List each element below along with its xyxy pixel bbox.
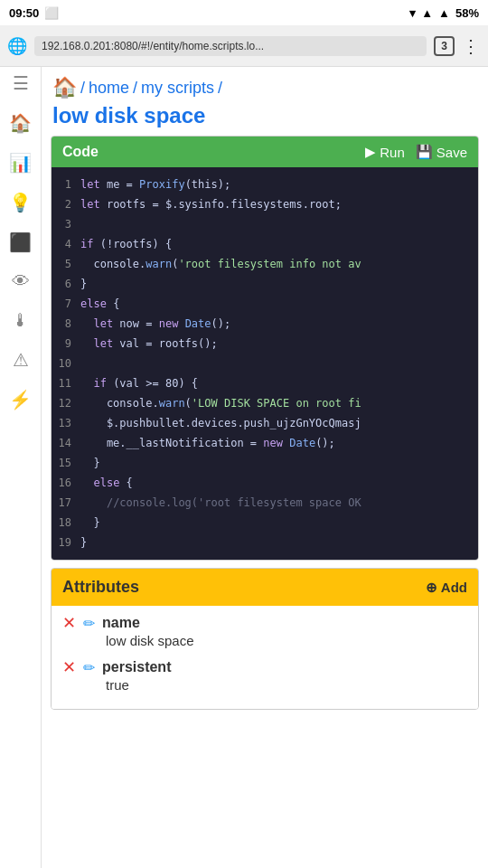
sidebar-icon-hamburger[interactable]: ☰	[13, 72, 29, 94]
delete-attribute-icon[interactable]: ✕	[62, 613, 76, 633]
code-label: Code	[62, 144, 354, 160]
code-line: 14 me.__lastNotification = new Date();	[52, 433, 478, 453]
line-code: me.__lastNotification = new Date();	[80, 433, 335, 453]
code-line: 12 console.warn('LOW DISK SPACE on root …	[52, 393, 478, 413]
run-label: Run	[380, 145, 405, 160]
attribute-row: ✕ ✏ name low disk space	[62, 613, 467, 648]
line-code: if (val >= 80) {	[80, 373, 198, 393]
sidebar-icon-temp[interactable]: 🌡	[12, 310, 30, 331]
code-line: 4if (!rootfs) {	[52, 234, 478, 254]
attr-key: name	[102, 615, 140, 631]
code-line: 17 //console.log('root filesystem space …	[52, 493, 478, 513]
line-code: }	[80, 274, 87, 294]
network-icon: ▲	[438, 6, 450, 20]
line-code: let me = Proxify(this);	[80, 175, 230, 194]
run-button[interactable]: ▶ Run	[365, 144, 405, 160]
line-code: let now = new Date();	[80, 314, 230, 334]
home-icon: 🏠	[52, 76, 77, 99]
line-number: 1	[52, 175, 80, 194]
breadcrumb-sep1: /	[80, 79, 85, 98]
code-line: 10	[52, 354, 478, 373]
edit-attribute-icon[interactable]: ✏	[83, 615, 95, 632]
save-button[interactable]: 💾 Save	[416, 144, 467, 160]
delete-attribute-icon[interactable]: ✕	[62, 657, 76, 677]
sidebar-icon-bulb[interactable]: 💡	[9, 192, 32, 213]
url-text[interactable]: 192.168.0.201:8080/#!/entity/home.script…	[34, 36, 427, 56]
wifi-icon: ▲	[421, 6, 433, 20]
code-line: 13 $.pushbullet.devices.push_ujzGnYOcQma…	[52, 413, 478, 433]
line-code: let val = rootfs();	[80, 334, 218, 354]
line-code: else {	[80, 473, 133, 493]
line-code: }	[80, 453, 100, 473]
menu-dots[interactable]: ⋮	[462, 35, 481, 57]
status-left: 09:50 ⬜	[9, 6, 59, 20]
save-label: Save	[436, 145, 467, 160]
attr-value: low disk space	[106, 633, 467, 648]
code-line: 15 }	[52, 453, 478, 473]
line-code: console.warn('LOW DISK SPACE on root fi	[80, 393, 361, 413]
breadcrumb-sep3: /	[218, 79, 222, 98]
add-label: Add	[441, 580, 467, 595]
code-line: 11 if (val >= 80) {	[52, 373, 478, 393]
battery: 58%	[455, 6, 479, 20]
code-line: 9 let val = rootfs();	[52, 334, 478, 354]
code-line: 16 else {	[52, 473, 478, 493]
add-icon: ⊕	[426, 580, 437, 596]
breadcrumb-home[interactable]: home	[89, 79, 129, 98]
line-number: 12	[52, 393, 80, 413]
code-line: 1let me = Proxify(this);	[52, 175, 478, 194]
line-number: 6	[52, 274, 80, 294]
globe-icon: 🌐	[7, 36, 27, 56]
code-panel: Code ▶ Run 💾 Save 1let me = Proxify(this…	[51, 136, 479, 561]
line-code: if (!rootfs) {	[80, 234, 172, 254]
sidebar-icon-dashboard[interactable]: 📊	[9, 152, 32, 174]
line-number: 15	[52, 453, 80, 473]
code-line: 5 console.warn('root filesystem info not…	[52, 254, 478, 274]
attribute-row: ✕ ✏ persistent true	[62, 657, 467, 693]
line-code: $.pushbullet.devices.push_ujzGnYOcQmasj	[80, 413, 361, 433]
line-number: 19	[52, 533, 80, 552]
notification-icon: ⬜	[44, 6, 59, 20]
line-number: 18	[52, 513, 80, 533]
line-number: 8	[52, 314, 80, 334]
sidebar-icon-eye[interactable]: 👁	[12, 271, 30, 292]
code-line: 18 }	[52, 513, 478, 533]
breadcrumb-sep2: /	[133, 79, 137, 98]
sidebar-icon-home[interactable]: 🏠	[9, 112, 32, 134]
attr-body: ✕ ✏ name low disk space ✕ ✏ persistent t…	[52, 606, 478, 709]
line-code: }	[80, 513, 100, 533]
line-code: let rootfs = $.sysinfo.filesystems.root;	[80, 194, 342, 214]
status-right: ▾ ▲ ▲ 58%	[409, 6, 479, 20]
code-line: 6}	[52, 274, 478, 294]
tab-count[interactable]: 3	[434, 36, 455, 56]
sidebar-icon-apps[interactable]: ⬛	[9, 231, 32, 253]
line-number: 9	[52, 334, 80, 354]
edit-attribute-icon[interactable]: ✏	[83, 659, 95, 676]
attr-row-header: ✕ ✏ persistent	[62, 657, 467, 677]
page-title: low disk space	[42, 99, 488, 136]
url-bar[interactable]: 🌐 192.168.0.201:8080/#!/entity/home.scri…	[0, 25, 488, 67]
code-header: Code ▶ Run 💾 Save	[52, 137, 478, 167]
line-number: 13	[52, 413, 80, 433]
add-attribute-button[interactable]: ⊕ Add	[426, 580, 467, 596]
content: 🏠 / home / my scripts / low disk space C…	[42, 67, 488, 868]
code-line: 19}	[52, 533, 478, 552]
attr-header: Attributes ⊕ Add	[52, 569, 478, 606]
attr-row-header: ✕ ✏ name	[62, 613, 467, 633]
line-number: 4	[52, 234, 80, 254]
line-code: else {	[80, 294, 119, 314]
code-line: 7else {	[52, 294, 478, 314]
line-number: 3	[52, 214, 80, 234]
sidebar-icon-alert[interactable]: ⚠	[13, 349, 29, 371]
breadcrumb-scripts[interactable]: my scripts	[141, 79, 214, 98]
sidebar-icon-power[interactable]: ⚡	[9, 389, 32, 410]
code-line: 8 let now = new Date();	[52, 314, 478, 334]
line-number: 14	[52, 433, 80, 453]
line-code: }	[80, 533, 87, 552]
line-number: 16	[52, 473, 80, 493]
attr-key: persistent	[102, 659, 171, 675]
attr-value: true	[106, 677, 467, 693]
run-icon: ▶	[365, 144, 376, 160]
attributes-panel: Attributes ⊕ Add ✕ ✏ name low disk space…	[51, 568, 479, 710]
code-editor[interactable]: 1let me = Proxify(this);2let rootfs = $.…	[52, 167, 478, 560]
